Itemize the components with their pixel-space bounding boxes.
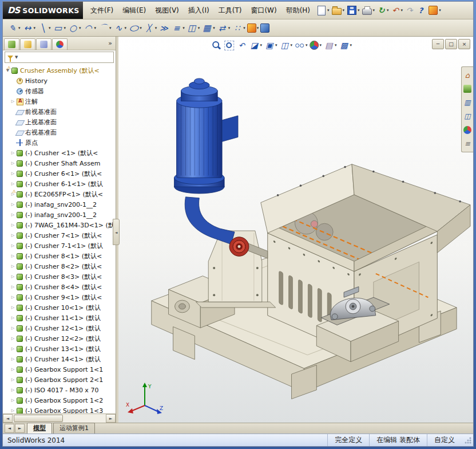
sketch-tool-button[interactable]: ▾ [52, 22, 67, 34]
heads-up-button[interactable]: ▾ [338, 40, 352, 51]
doc-minimize-button[interactable]: ─ [432, 39, 444, 49]
toolbar-button[interactable]: ▾ [361, 5, 376, 16]
sketch-tool-button[interactable]: ▾ [201, 22, 216, 34]
tree-item[interactable]: ▷ (-) Crusher <1> (默认< [3, 148, 116, 158]
tree-item[interactable]: ▷ (-) Crusher 8<2> (默认< [3, 261, 116, 271]
toolbar-button[interactable]: ▾ [390, 5, 404, 16]
sketch-tool-button[interactable]: ▾ [97, 22, 112, 34]
tree-item[interactable]: ▷ (-) 7WAG_161M4-3D<1> (默 [3, 220, 116, 230]
tree-item[interactable]: ▷ (-) Crusher 8<4> (默认< [3, 282, 116, 292]
sketch-tool-button[interactable]: ▾ [113, 22, 128, 34]
tree-item[interactable]: ▷ (-) Crusher 11<1> (默认 [3, 313, 116, 323]
heads-up-button[interactable]: ▾ [309, 40, 322, 50]
sketch-tool-button[interactable]: ▾ [216, 22, 231, 34]
toolbar-button[interactable]: ▾ [404, 5, 415, 16]
tree-item[interactable]: ▷ (-) Crusher 8<1> (默认< [3, 251, 116, 261]
menu-insert[interactable]: 插入(I) [184, 3, 214, 18]
heads-up-button[interactable]: ▾ [279, 40, 293, 51]
scroll-track[interactable] [13, 414, 106, 423]
scroll-right-icon[interactable]: ► [106, 414, 116, 423]
menu-tools[interactable]: 工具(T) [214, 3, 247, 18]
scroll-thumb[interactable] [14, 415, 63, 422]
tab-model[interactable]: 模型 [27, 423, 52, 434]
tree-item[interactable]: ▷ (-) Gearbox Support 1<1 [3, 364, 116, 375]
tree-item[interactable]: ▷ (-) Crusher 6-1<1> (默认 [3, 179, 116, 189]
resize-grip[interactable] [464, 436, 472, 444]
sketch-tool-button[interactable]: ▾ [22, 22, 37, 34]
tree-item[interactable]: ▷ (-) Crusher 9<1> (默认< [3, 292, 116, 302]
tree-item[interactable]: ▷ (-) Crusher 10<1> (默认 [3, 302, 116, 313]
doc-close-button[interactable]: × [458, 39, 470, 49]
tree-item[interactable]: ▷ (-) inafag_snv200-1__2 [3, 199, 116, 210]
status-segment[interactable]: 在编辑 装配体 [369, 434, 427, 446]
sketch-tool-button[interactable]: ▾ [231, 22, 246, 34]
panel-tab[interactable] [52, 38, 68, 50]
sketch-tool-button[interactable]: ▾ [143, 22, 158, 34]
tab-motion-study[interactable]: 运动算例1 [53, 423, 95, 434]
sketch-tool-button[interactable]: ▾ [247, 23, 260, 33]
tree-item[interactable]: ▷ (-) Crusher 13<1> (默认 [3, 344, 116, 354]
tree-item[interactable]: ▷ (-) Crusher 6<1> (默认< [3, 168, 116, 179]
toolbar-button[interactable]: ▾ [346, 5, 360, 17]
tree-item[interactable]: ▷ (-) ISO 4017 - M30 x 70 [3, 385, 116, 395]
scroll-left-icon[interactable]: ◄ [3, 414, 13, 423]
sketch-tool-button[interactable]: ▾ [186, 22, 201, 34]
heads-up-button[interactable]: ▾ [323, 40, 338, 51]
heads-up-button[interactable]: ▾ [211, 40, 222, 51]
sketch-tool-button[interactable]: ▾ [82, 22, 97, 34]
tree-item[interactable]: ▷ (-) Crusher 12<2> (默认 [3, 333, 116, 344]
menu-view[interactable]: 视图(V) [150, 3, 184, 18]
graphics-viewport[interactable]: ▾ ▾ ▾ ▾ [118, 37, 473, 423]
tree-item[interactable]: ▷ 注解 [3, 96, 116, 107]
heads-up-button[interactable]: ▾ [294, 40, 308, 51]
task-pane-tab[interactable] [462, 82, 473, 96]
menu-edit[interactable]: 编辑(E) [118, 3, 150, 18]
sketch-tool-button[interactable]: ▾ [128, 22, 142, 34]
tree-item[interactable]: ▷ (-) Crusher 7-1<1> (默认 [3, 241, 116, 251]
heads-up-button[interactable]: ▾ [264, 40, 278, 51]
menu-file[interactable]: 文件(F) [86, 3, 118, 18]
heads-up-button[interactable]: ▾ [248, 40, 263, 51]
tree-item[interactable]: ▷ 上视基准面 [3, 117, 116, 127]
panel-overflow-button[interactable]: » [106, 40, 114, 47]
tab-scroll-right-icon[interactable]: ► [15, 424, 25, 433]
toolbar-button[interactable]: ▾ [376, 5, 390, 16]
filter-input[interactable] [19, 54, 111, 61]
sketch-tool-button[interactable]: ▾ [260, 23, 270, 33]
tree-item[interactable]: ▷ History [3, 76, 116, 86]
tree-horizontal-scrollbar[interactable]: ◄ ► [3, 413, 116, 423]
panel-tab[interactable] [4, 38, 19, 50]
menu-help[interactable]: 帮助(H) [281, 3, 315, 18]
tree-item[interactable]: ▷ (-) Crusher 12<1> (默认 [3, 323, 116, 333]
tree-item[interactable]: ▷ (-) EC2065FP<1> (默认< [3, 189, 116, 199]
heads-up-button[interactable]: ▾ [223, 40, 235, 51]
status-segment[interactable]: 完全定义 [327, 434, 369, 446]
sketch-tool-button[interactable]: ▾ [170, 22, 185, 34]
toolbar-button[interactable]: ▾ [415, 5, 426, 16]
tab-scroll-left-icon[interactable]: ◄ [5, 424, 14, 433]
tree-item[interactable]: ▷ 原点 [3, 137, 116, 148]
toolbar-button[interactable]: ▾ [316, 5, 330, 17]
tree-item[interactable]: ▷ (-) Gearbox Support 1<3 [3, 405, 116, 413]
menu-window[interactable]: 窗口(W) [246, 3, 281, 18]
task-pane-tab[interactable] [462, 68, 473, 82]
crusher-assembly-model[interactable] [118, 37, 473, 423]
tree-item[interactable]: ▷ (-) Gearbox Support 2<1 [3, 375, 116, 385]
panel-tab[interactable] [36, 38, 51, 50]
tree-item[interactable]: ▷ (-) Crusher 8<3> (默认< [3, 271, 116, 282]
tree-item[interactable]: ▷ (-) Gearbox Support 1<2 [3, 395, 116, 405]
task-pane-tab[interactable] [462, 109, 473, 123]
sketch-tool-button[interactable]: ▾ [6, 22, 21, 34]
tree-item[interactable]: ▷ (-) Crusher 7<1> (默认< [3, 230, 116, 241]
sketch-tool-button[interactable]: ▾ [37, 22, 51, 34]
heads-up-button[interactable]: ▾ [236, 40, 247, 51]
tree-root-assembly[interactable]: ▼ Crusher Assembly (默认< [3, 65, 116, 76]
tree-item[interactable]: ▷ 前视基准面 [3, 107, 116, 117]
tree-item[interactable]: ▷ 传感器 [3, 86, 116, 96]
task-pane-tab[interactable] [462, 96, 473, 109]
task-pane-tab[interactable] [462, 137, 473, 151]
tree-item[interactable]: ▷ (-) inafag_snv200-1__2 [3, 210, 116, 220]
status-segment[interactable]: 自定义 [427, 434, 462, 446]
doc-restore-button[interactable]: □ [445, 39, 457, 49]
sketch-tool-button[interactable]: ▾ [158, 22, 170, 34]
